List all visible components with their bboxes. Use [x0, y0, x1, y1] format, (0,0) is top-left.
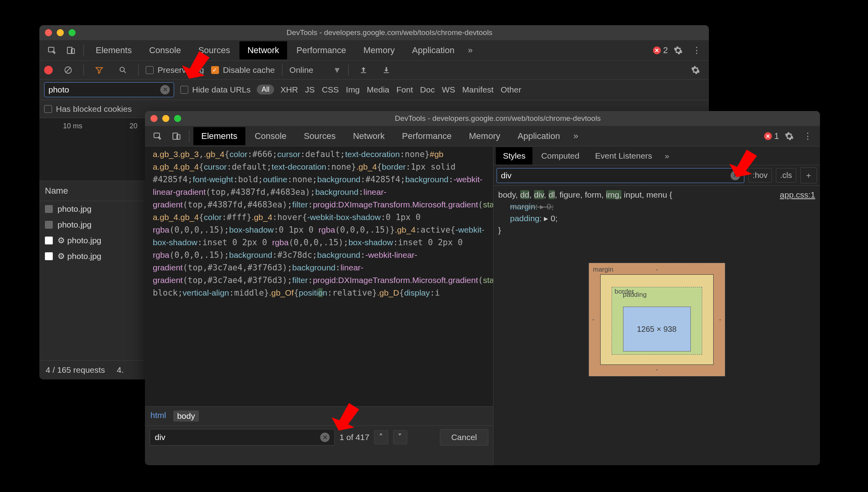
- filter-type-ws[interactable]: WS: [442, 85, 455, 94]
- tab-network[interactable]: Network: [239, 41, 287, 59]
- tab-sources[interactable]: Sources: [296, 127, 343, 145]
- file-name: ⚙ photo.jpg: [57, 236, 101, 245]
- disable-cache-toggle[interactable]: ✓ Disable cache: [211, 65, 275, 75]
- filter-type-css[interactable]: CSS: [322, 85, 339, 94]
- tab-console[interactable]: Console: [141, 41, 189, 59]
- styles-filter-input[interactable]: div ✕: [497, 168, 744, 183]
- close-window-button[interactable]: [150, 115, 158, 122]
- tab-network[interactable]: Network: [345, 127, 393, 145]
- file-name: photo.jpg: [57, 204, 91, 214]
- tab-performance[interactable]: Performance: [394, 127, 460, 145]
- tab-elements[interactable]: Elements: [88, 41, 140, 59]
- clear-filter-icon[interactable]: ✕: [160, 85, 170, 94]
- new-style-button[interactable]: ＋: [800, 167, 817, 183]
- filter-type-other[interactable]: Other: [501, 85, 521, 94]
- error-count-badge[interactable]: ✕ 2: [653, 45, 668, 55]
- close-window-button[interactable]: [45, 29, 52, 36]
- upload-icon[interactable]: [356, 64, 371, 76]
- file-name: ⚙ photo.jpg: [57, 252, 101, 261]
- dom-search-input[interactable]: div ✕: [150, 429, 335, 446]
- kebab-menu-icon[interactable]: ⋮: [799, 129, 816, 144]
- margin-right-value: -: [719, 316, 721, 324]
- gear-file-icon: [45, 237, 53, 244]
- style-source-link[interactable]: app.css:1: [780, 189, 815, 201]
- cls-toggle-button[interactable]: .cls: [776, 168, 796, 183]
- filter-type-js[interactable]: JS: [305, 85, 315, 94]
- device-toggle-icon[interactable]: [62, 43, 80, 57]
- filter-icon[interactable]: [91, 63, 108, 77]
- clear-search-icon[interactable]: ✕: [320, 433, 330, 442]
- inspect-icon[interactable]: [149, 129, 166, 143]
- clear-styles-filter-icon[interactable]: ✕: [731, 171, 740, 180]
- filter-type-font[interactable]: Font: [397, 85, 413, 94]
- rule-close: }: [498, 224, 815, 236]
- more-tabs-icon[interactable]: »: [464, 43, 477, 58]
- minimize-window-button[interactable]: [57, 29, 64, 36]
- preserve-log-toggle[interactable]: Preserve log: [146, 65, 204, 75]
- search-cancel-button[interactable]: Cancel: [440, 429, 488, 446]
- styles-pane: Styles Computed Event Listeners » div ✕ …: [493, 146, 820, 465]
- filter-type-img[interactable]: Img: [346, 85, 360, 94]
- filter-type-doc[interactable]: Doc: [420, 85, 435, 94]
- styles-tab-event-listeners[interactable]: Event Listeners: [588, 147, 659, 165]
- filter-type-xhr[interactable]: XHR: [280, 85, 298, 94]
- tab-console[interactable]: Console: [247, 127, 295, 145]
- breadcrumb-body[interactable]: body: [173, 411, 199, 422]
- throttling-select[interactable]: Online ▼: [289, 65, 341, 75]
- minimize-window-button[interactable]: [162, 115, 169, 122]
- style-rule[interactable]: app.css:1 body, dd, div, dl, figure, for…: [493, 186, 820, 239]
- tab-memory[interactable]: Memory: [461, 127, 508, 145]
- rule-declaration[interactable]: padding: ▸ 0;: [498, 213, 815, 224]
- clear-icon[interactable]: [60, 63, 76, 77]
- search-next-button[interactable]: ˅: [393, 430, 407, 444]
- tab-performance[interactable]: Performance: [289, 41, 354, 59]
- search-prev-button[interactable]: ˄: [374, 430, 388, 444]
- maximize-window-button[interactable]: [69, 29, 76, 36]
- filter-value: photo: [48, 85, 69, 94]
- dom-breadcrumb: html body: [145, 406, 493, 425]
- margin-left-value: -: [592, 316, 595, 324]
- inspect-icon[interactable]: [43, 43, 61, 57]
- titlebar: DevTools - developers.google.com/web/too…: [145, 111, 820, 126]
- tab-memory[interactable]: Memory: [356, 41, 402, 59]
- device-toggle-icon[interactable]: [168, 129, 185, 143]
- error-icon: ✕: [653, 46, 661, 54]
- maximize-window-button[interactable]: [174, 115, 181, 122]
- styles-tab-computed[interactable]: Computed: [534, 147, 586, 165]
- filter-all-pill[interactable]: All: [257, 85, 274, 94]
- styles-tab-styles[interactable]: Styles: [496, 147, 532, 165]
- error-count: 2: [663, 45, 668, 55]
- rule-selector: body, dd, div, dl, figure, form, img, in…: [498, 189, 815, 201]
- tab-application[interactable]: Application: [510, 127, 568, 145]
- filter-input[interactable]: photo ✕: [44, 82, 174, 97]
- network-settings-icon[interactable]: [687, 63, 704, 77]
- record-button[interactable]: [44, 66, 53, 74]
- filter-type-manifest[interactable]: Manifest: [462, 85, 493, 94]
- margin-bottom-value: -: [656, 366, 658, 374]
- error-count-badge[interactable]: ✕ 1: [764, 131, 779, 141]
- hov-toggle-button[interactable]: :hov: [748, 168, 772, 183]
- box-model-diagram[interactable]: margin - - - - border padding 1265 × 938: [589, 263, 725, 376]
- tab-elements[interactable]: Elements: [193, 127, 245, 145]
- image-file-icon: [45, 205, 53, 213]
- tab-sources[interactable]: Sources: [190, 41, 238, 59]
- settings-icon[interactable]: [781, 129, 798, 143]
- timeline-tick: 20: [130, 122, 137, 177]
- error-icon: ✕: [764, 132, 772, 140]
- filter-type-media[interactable]: Media: [367, 85, 389, 94]
- settings-icon[interactable]: [670, 43, 687, 57]
- hide-data-urls-toggle[interactable]: Hide data URLs: [180, 85, 250, 94]
- rule-declaration[interactable]: margin: ▸ 0;: [498, 201, 815, 213]
- network-toolbar: Preserve log ✓ Disable cache Online ▼: [39, 61, 709, 80]
- tab-application[interactable]: Application: [404, 41, 462, 59]
- kebab-menu-icon[interactable]: ⋮: [688, 43, 705, 58]
- more-tabs-icon[interactable]: »: [569, 129, 582, 144]
- more-styles-tabs-icon[interactable]: »: [661, 149, 673, 163]
- breadcrumb-html[interactable]: html: [150, 411, 166, 422]
- search-icon[interactable]: [115, 63, 131, 77]
- blocked-cookies-toggle[interactable]: Has blocked cookies: [44, 104, 132, 114]
- download-icon[interactable]: [378, 64, 394, 76]
- timeline-tick: 10 ms: [63, 122, 82, 177]
- dom-source-pane[interactable]: a.gb_3.gb_3,.gb_4{color:#666;cursor:defa…: [145, 146, 493, 406]
- traffic-lights: [150, 115, 181, 122]
